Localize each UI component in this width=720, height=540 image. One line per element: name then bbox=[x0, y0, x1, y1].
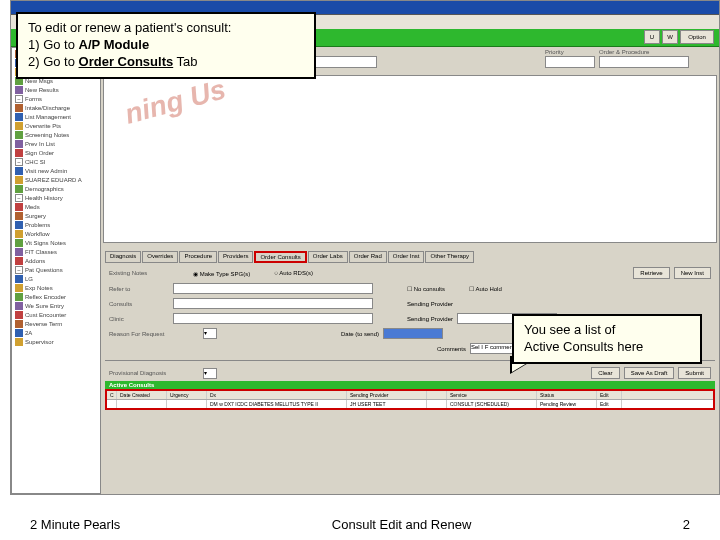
clear-button[interactable]: Clear bbox=[591, 367, 619, 379]
tab[interactable]: Order Inst bbox=[388, 251, 425, 263]
tree-item[interactable]: LG bbox=[13, 274, 99, 283]
table-cell[interactable] bbox=[107, 400, 117, 408]
tree-item[interactable]: Sign Order bbox=[13, 148, 99, 157]
tree-item[interactable]: Screening Notes bbox=[13, 130, 99, 139]
table-header-cell[interactable]: Urgency bbox=[167, 391, 207, 399]
active-consults-table[interactable]: CDate CreatedUrgencyDxSending ProviderSe… bbox=[105, 389, 715, 410]
tree-item[interactable]: −CHC SI bbox=[13, 157, 99, 166]
tab[interactable]: Overrides bbox=[142, 251, 178, 263]
priority-label: Priority bbox=[545, 49, 595, 55]
comments-label: Comments bbox=[437, 346, 466, 352]
tree-item[interactable]: Problems bbox=[13, 220, 99, 229]
tree-item-icon: − bbox=[15, 266, 23, 274]
table-cell[interactable]: Edit bbox=[597, 400, 622, 408]
prov-diag-label: Provisional Diagnosis bbox=[109, 370, 199, 376]
table-cell[interactable] bbox=[427, 400, 447, 408]
tree-item[interactable]: Meds bbox=[13, 202, 99, 211]
tree-item[interactable]: −Health History bbox=[13, 193, 99, 202]
tree-item[interactable]: We Sure Entry bbox=[13, 301, 99, 310]
tree-item-icon: − bbox=[15, 95, 23, 103]
tree-item[interactable]: Visit new Admin bbox=[13, 166, 99, 175]
tab[interactable]: Diagnosis bbox=[105, 251, 141, 263]
tree-item-icon: − bbox=[15, 194, 23, 202]
table-header-cell[interactable] bbox=[427, 391, 447, 399]
tree-item-icon bbox=[15, 131, 23, 139]
auto-hold-check[interactable]: ☐ Auto Hold bbox=[469, 285, 502, 292]
toolbar-btn-option[interactable]: Option bbox=[680, 30, 714, 44]
tab[interactable]: Other Therapy bbox=[425, 251, 474, 263]
tree-item[interactable]: Overwrite Pts bbox=[13, 121, 99, 130]
tree-item[interactable]: FIT Classes bbox=[13, 247, 99, 256]
tree-item[interactable]: Workflow bbox=[13, 229, 99, 238]
prov-diag-dropdown[interactable]: ▾ bbox=[203, 368, 217, 379]
tree-item[interactable]: Supervisor bbox=[13, 337, 99, 346]
tree-item[interactable]: Cust Encounter bbox=[13, 310, 99, 319]
tree-item[interactable]: Addons bbox=[13, 256, 99, 265]
clinic-label: Clinic bbox=[109, 316, 169, 322]
clinic-input[interactable] bbox=[173, 313, 373, 324]
tree-item[interactable]: SUAREZ EDUARD A bbox=[13, 175, 99, 184]
tree-item[interactable]: Exp Notes bbox=[13, 283, 99, 292]
tree-item-label: Exp Notes bbox=[25, 285, 53, 291]
refer-to-input[interactable] bbox=[173, 283, 373, 294]
tab-order-consults[interactable]: Order Consults bbox=[254, 251, 306, 263]
consults-input[interactable] bbox=[173, 298, 373, 309]
tab[interactable]: Procedure bbox=[179, 251, 217, 263]
tree-item-icon bbox=[15, 104, 23, 112]
tab[interactable]: Providers bbox=[218, 251, 253, 263]
tree-item-icon bbox=[15, 140, 23, 148]
reason-dropdown[interactable]: ▾ bbox=[203, 328, 217, 339]
table-cell[interactable] bbox=[167, 400, 207, 408]
table-header-cell[interactable]: Status bbox=[537, 391, 597, 399]
tree-item[interactable]: −Forms bbox=[13, 94, 99, 103]
tree-item[interactable]: −Pat Questions bbox=[13, 265, 99, 274]
tree-item[interactable]: New Results bbox=[13, 85, 99, 94]
tree-item-icon bbox=[15, 239, 23, 247]
tree-item[interactable]: Intake/Discharge bbox=[13, 103, 99, 112]
tree-item-label: Visit new Admin bbox=[25, 168, 67, 174]
table-header-cell[interactable]: Date Created bbox=[117, 391, 167, 399]
tree-item-label: Screening Notes bbox=[25, 132, 69, 138]
tree-item-icon bbox=[15, 212, 23, 220]
nav-tree[interactable]: SectionIdentifierCue MsgNew MsgsNew Resu… bbox=[11, 47, 101, 494]
table-header-cell[interactable]: Service bbox=[447, 391, 537, 399]
tree-item[interactable]: Vit Signs Notes bbox=[13, 238, 99, 247]
toolbar-btn-u[interactable]: U bbox=[644, 30, 660, 44]
table-header-cell[interactable]: Dx bbox=[207, 391, 347, 399]
table-cell[interactable]: CONSULT (SCHEDULED) bbox=[447, 400, 537, 408]
table-header-cell[interactable]: Edit bbox=[597, 391, 622, 399]
table-header-cell[interactable]: Sending Provider bbox=[347, 391, 427, 399]
toolbar-right: U W Option bbox=[643, 29, 715, 45]
retrieve-button[interactable]: Retrieve bbox=[633, 267, 669, 279]
new-inst-button[interactable]: New Inst bbox=[674, 267, 711, 279]
save-draft-button[interactable]: Save As Draft bbox=[624, 367, 675, 379]
no-consults-check[interactable]: ☐ No consults bbox=[407, 285, 445, 292]
tree-item-icon bbox=[15, 113, 23, 121]
radio-option-1[interactable]: ◉ Make Type SPG(s) bbox=[193, 270, 250, 277]
table-cell[interactable] bbox=[117, 400, 167, 408]
tab[interactable]: Order Rad bbox=[349, 251, 387, 263]
table-header-cell[interactable]: C bbox=[107, 391, 117, 399]
submit-button[interactable]: Submit bbox=[678, 367, 711, 379]
priority-input[interactable] bbox=[545, 56, 595, 68]
active-consults-header: Active Consults bbox=[105, 381, 715, 389]
tree-item[interactable]: Demographics bbox=[13, 184, 99, 193]
toolbar-btn-w[interactable]: W bbox=[662, 30, 678, 44]
date-input[interactable] bbox=[383, 328, 443, 339]
tree-item[interactable]: Surgery bbox=[13, 211, 99, 220]
radio-option-2[interactable]: ○ Auto RDS(s) bbox=[274, 270, 313, 276]
tree-item[interactable]: Prev In List bbox=[13, 139, 99, 148]
order-proc-input[interactable] bbox=[599, 56, 689, 68]
tree-item[interactable]: List Management bbox=[13, 112, 99, 121]
tree-item-icon bbox=[15, 230, 23, 238]
tree-item-label: Sign Order bbox=[25, 150, 54, 156]
table-cell[interactable]: JH USER TEET bbox=[347, 400, 427, 408]
tab[interactable]: Order Labs bbox=[308, 251, 348, 263]
tree-item-label: Reflex Encoder bbox=[25, 294, 66, 300]
tree-item[interactable]: Reverse Term bbox=[13, 319, 99, 328]
table-cell[interactable]: DM w DX7 ICDC DIABETES MELLITUS TYPE II bbox=[207, 400, 347, 408]
tree-item[interactable]: Reflex Encoder bbox=[13, 292, 99, 301]
tree-item-label: CHC SI bbox=[25, 159, 45, 165]
table-cell[interactable]: Pending Review bbox=[537, 400, 597, 408]
tree-item[interactable]: 2A bbox=[13, 328, 99, 337]
